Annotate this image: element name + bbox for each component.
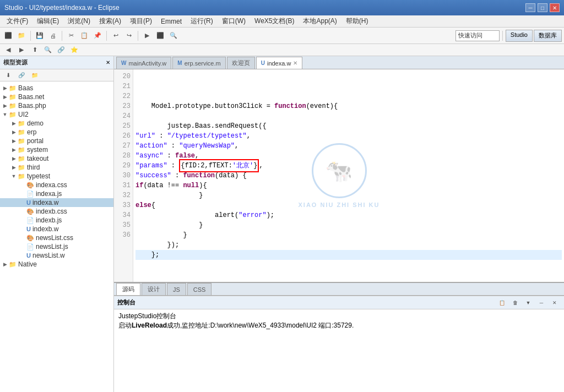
- tree-item-typetest[interactable]: ▼📁typetest: [0, 172, 113, 181]
- tree-item-portal[interactable]: ▶📁portal: [0, 137, 113, 145]
- menu-item-e[interactable]: 编辑(E): [32, 15, 63, 27]
- tree-item-demo[interactable]: ▶📁demo: [0, 119, 113, 128]
- tree-icon-indexb-js: 📄: [26, 217, 34, 224]
- toolbar-btn-3[interactable]: 💾: [34, 30, 46, 42]
- toolbar2-btn-2[interactable]: ▶: [15, 44, 28, 56]
- toolbar-btn-8[interactable]: ↩: [110, 30, 122, 42]
- tree-icon-erp: 📁: [18, 129, 25, 136]
- tab-main-activity[interactable]: WmainActivity.w: [116, 57, 171, 69]
- expand-icon-native[interactable]: ▶: [2, 262, 8, 267]
- sidebar-toolbar-btn-3[interactable]: 📁: [29, 69, 41, 81]
- tab-close-indexa-w[interactable]: ✕: [293, 60, 297, 66]
- tree-item-indexa-css[interactable]: 🎨indexa.css: [0, 181, 113, 189]
- menu-item-a[interactable]: 搜索(A): [95, 15, 126, 27]
- menu-item-r[interactable]: 运行(R): [186, 15, 218, 27]
- tab-label-indexa-w: indexa.w: [267, 60, 291, 67]
- toolbar-btn-11[interactable]: ⬛: [154, 30, 166, 42]
- sidebar-toolbar-btn-1[interactable]: ⬇: [2, 69, 14, 81]
- expand-icon-typetest[interactable]: ▼: [11, 173, 17, 179]
- toolbar2-btn-6[interactable]: ⭐: [68, 44, 80, 56]
- expand-icon-ui2[interactable]: ▼: [2, 112, 8, 117]
- toolbar2-btn-1[interactable]: ◀: [2, 44, 14, 56]
- bottom-tab-source[interactable]: 源码: [116, 283, 140, 295]
- tree-item-baas[interactable]: ▶📁Baas: [0, 84, 113, 92]
- console-ctrl-5[interactable]: ✕: [549, 297, 561, 309]
- bottom-tab-css[interactable]: CSS: [187, 283, 212, 295]
- tree-item-indexa-js[interactable]: 📄indexa.js: [0, 189, 113, 198]
- code-content[interactable]: Model.prototype.button3Click = function(…: [133, 69, 564, 282]
- sidebar-toolbar-btn-2[interactable]: 🔗: [15, 69, 28, 81]
- console-ctrl-2[interactable]: 🗑: [509, 297, 521, 309]
- toolbar-btn-9[interactable]: ↪: [123, 30, 135, 42]
- toolbar-btn-6[interactable]: 📋: [78, 30, 90, 42]
- tree-item-native[interactable]: ▶📁Native: [0, 260, 113, 269]
- code-line-15: }: [135, 230, 562, 240]
- tree-item-newslist-w[interactable]: UnewsList.w: [0, 251, 113, 260]
- toolbar2-btn-3[interactable]: ⬆: [29, 44, 41, 56]
- menu-item-f[interactable]: 文件(F): [2, 15, 32, 27]
- expand-icon-third[interactable]: ▶: [11, 165, 17, 170]
- close-button[interactable]: ✕: [550, 3, 560, 12]
- tree-item-system[interactable]: ▶📁system: [0, 145, 113, 154]
- quick-access-field[interactable]: 快速访问: [455, 30, 500, 41]
- expand-icon-system[interactable]: ▶: [11, 147, 17, 153]
- toolbar-btn-1[interactable]: ⬛: [2, 30, 14, 42]
- tree-item-baas-net[interactable]: ▶📁Baas.net: [0, 92, 113, 101]
- minimize-button[interactable]: ─: [525, 3, 535, 12]
- menu-item-p[interactable]: 项目(P): [126, 15, 156, 27]
- tree-item-indexb-css[interactable]: 🎨indexb.css: [0, 207, 113, 216]
- console-controls: 📋 🗑 ▼ ─ ✕: [496, 297, 561, 309]
- code-editor[interactable]: 2021222324252627282930313233343536 Model…: [114, 69, 564, 282]
- toolbar-btn-2[interactable]: 📁: [15, 30, 28, 42]
- tab-indexa-w[interactable]: Uindexa.w✕: [256, 57, 303, 69]
- toolbar-btn-4[interactable]: 🖨: [47, 30, 59, 42]
- tree-item-newslist-js[interactable]: 📄newsList.js: [0, 242, 113, 251]
- sidebar-header-controls: ✕: [106, 59, 110, 66]
- tab-welcome[interactable]: 欢迎页: [227, 57, 255, 69]
- bottom-tab-design[interactable]: 设计: [142, 283, 166, 295]
- tree-item-takeout[interactable]: ▶📁takeout: [0, 154, 113, 163]
- console-ctrl-1[interactable]: 📋: [496, 297, 508, 309]
- expand-icon-baas[interactable]: ▶: [2, 85, 8, 91]
- toolbar-btn-10[interactable]: ▶: [141, 30, 153, 42]
- menu-item-emmet[interactable]: Emmet: [156, 17, 186, 26]
- tree-label-system: system: [27, 146, 48, 154]
- console-ctrl-4[interactable]: ─: [535, 297, 547, 309]
- bottom-tab-js[interactable]: JS: [167, 283, 186, 295]
- line-num-9: 28: [114, 151, 131, 161]
- tab-erp-service[interactable]: Merp.service.m: [172, 57, 225, 69]
- database-button[interactable]: 数据库: [534, 30, 562, 42]
- tree-icon-third: 📁: [18, 164, 25, 171]
- tree-item-ui2[interactable]: ▼📁UI2: [0, 110, 113, 119]
- menu-item-n[interactable]: 浏览(N): [63, 15, 95, 27]
- toolbar-btn-12[interactable]: 🔍: [167, 30, 180, 42]
- expand-icon-erp[interactable]: ▶: [11, 129, 17, 135]
- studio-button[interactable]: Studio: [506, 30, 533, 42]
- toolbar-btn-5[interactable]: ✂: [65, 30, 77, 42]
- sidebar-ctrl-1[interactable]: ✕: [106, 59, 110, 66]
- tree-item-indexb-js[interactable]: 📄indexb.js: [0, 216, 113, 225]
- menu-item-w[interactable]: 窗口(W): [218, 15, 250, 27]
- expand-icon-baas-net[interactable]: ▶: [2, 94, 8, 100]
- menu-item-h[interactable]: 帮助(H): [341, 15, 373, 27]
- expand-icon-baas-php[interactable]: ▶: [2, 103, 8, 108]
- tree-item-baas-php[interactable]: ▶📁Baas.php: [0, 101, 113, 110]
- maximize-button[interactable]: □: [538, 3, 547, 12]
- toolbar2-btn-5[interactable]: 🔗: [55, 44, 67, 56]
- tree-item-third[interactable]: ▶📁third: [0, 163, 113, 172]
- console-line-0: JustepStudio控制台: [118, 312, 560, 321]
- console-ctrl-3[interactable]: ▼: [522, 297, 534, 309]
- menu-item-appa[interactable]: 本地App(A): [299, 15, 341, 27]
- tree-label-indexa-js: indexa.js: [36, 190, 62, 198]
- tree-item-indexb-w[interactable]: Uindexb.w: [0, 225, 113, 233]
- toolbar2-btn-4[interactable]: 🔍: [42, 44, 54, 56]
- expand-icon-portal[interactable]: ▶: [11, 138, 17, 144]
- expand-icon-demo[interactable]: ▶: [11, 121, 17, 126]
- tree-item-newslist-css[interactable]: 🎨newsList.css: [0, 233, 113, 242]
- menu-item-wexb[interactable]: WeX5文档(B): [250, 15, 299, 27]
- tab-label-erp-service: erp.service.m: [185, 60, 221, 67]
- tree-item-erp[interactable]: ▶📁erp: [0, 128, 113, 137]
- tree-item-indexa-w[interactable]: Uindexa.w: [0, 198, 113, 207]
- expand-icon-takeout[interactable]: ▶: [11, 156, 17, 161]
- toolbar-btn-7[interactable]: 📌: [91, 30, 104, 42]
